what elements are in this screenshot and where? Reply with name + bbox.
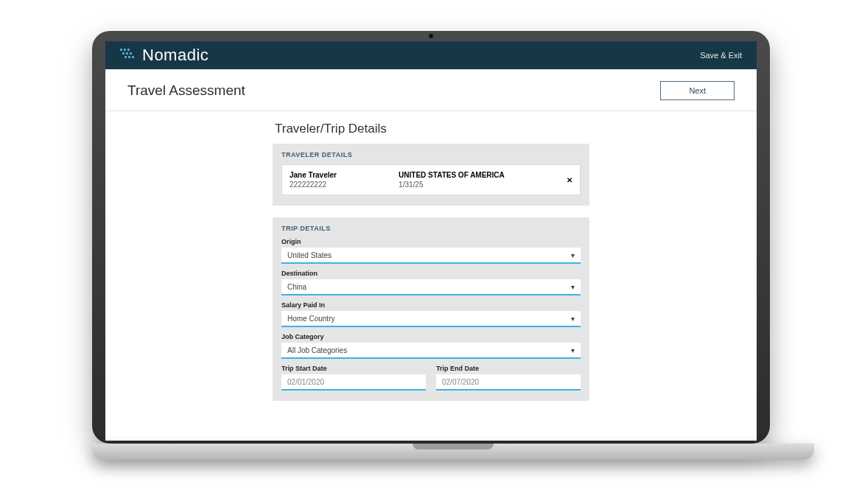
svg-rect-1 (124, 49, 126, 51)
svg-rect-4 (126, 52, 128, 55)
end-date-input[interactable]: 02/07/2020 (436, 374, 581, 391)
end-date-col: Trip End Date 02/07/2020 (436, 359, 581, 391)
sub-header: Travel Assessment Next (105, 69, 757, 111)
salary-select[interactable]: Home Country ▾ (281, 311, 581, 327)
origin-value: United States (287, 251, 332, 259)
job-category-value: All Job Categories (287, 346, 347, 354)
end-date-value: 02/07/2020 (442, 378, 479, 386)
remove-traveler-icon[interactable]: ✕ (567, 176, 572, 184)
next-button[interactable]: Next (660, 81, 735, 100)
chevron-down-icon: ▾ (571, 283, 575, 291)
svg-rect-6 (125, 56, 127, 58)
salary-value: Home Country (287, 315, 334, 323)
start-date-input[interactable]: 02/01/2020 (281, 374, 426, 391)
svg-rect-5 (130, 52, 132, 55)
chevron-down-icon: ▾ (571, 346, 575, 354)
page-title: Travel Assessment (127, 83, 245, 99)
job-category-label: Job Category (281, 333, 581, 340)
brand-logo-icon (120, 49, 136, 62)
traveler-entry: Jane Traveler 222222222 UNITED STATES OF… (281, 164, 581, 195)
save-exit-link[interactable]: Save & Exit (700, 51, 742, 60)
start-date-col: Trip Start Date 02/01/2020 (281, 359, 426, 391)
app-screen: Nomadic Save & Exit Travel Assessment Ne… (105, 41, 757, 441)
destination-value: China (287, 283, 306, 291)
chevron-down-icon: ▾ (571, 315, 575, 323)
svg-rect-2 (127, 49, 130, 51)
traveler-country: UNITED STATES OF AMERICA (399, 171, 505, 179)
svg-rect-7 (128, 56, 130, 58)
salary-label: Salary Paid In (281, 301, 581, 309)
trip-details-card: TRIP DETAILS Origin United States ▾ Dest… (273, 217, 589, 401)
date-row: Trip Start Date 02/01/2020 Trip End Date… (281, 359, 581, 391)
svg-rect-3 (122, 52, 125, 55)
origin-select[interactable]: United States ▾ (281, 248, 581, 264)
laptop-deck (92, 444, 814, 460)
origin-label: Origin (281, 238, 581, 245)
traveler-visa-date: 1/31/25 (399, 181, 505, 189)
traveler-card-title: TRAVELER DETAILS (281, 151, 581, 158)
app-header: Nomadic Save & Exit (105, 41, 757, 69)
laptop-notch (413, 444, 494, 449)
end-date-label: Trip End Date (436, 365, 581, 372)
traveler-name: Jane Traveler (290, 171, 337, 179)
laptop-frame: Nomadic Save & Exit Travel Assessment Ne… (92, 31, 770, 473)
section-title: Traveler/Trip Details (275, 122, 757, 136)
traveler-country-col: UNITED STATES OF AMERICA 1/31/25 (399, 171, 505, 189)
trip-card-title: TRIP DETAILS (281, 225, 581, 232)
laptop-camera (429, 34, 433, 38)
content-area: Traveler/Trip Details TRAVELER DETAILS J… (105, 111, 757, 401)
brand-name: Nomadic (142, 46, 209, 65)
start-date-label: Trip Start Date (281, 365, 426, 372)
chevron-down-icon: ▾ (571, 251, 575, 259)
traveler-id: 222222222 (290, 181, 337, 189)
traveler-name-col: Jane Traveler 222222222 (290, 171, 337, 189)
svg-rect-0 (120, 49, 122, 51)
start-date-value: 02/01/2020 (287, 378, 324, 386)
laptop-bezel: Nomadic Save & Exit Travel Assessment Ne… (92, 31, 770, 444)
destination-label: Destination (281, 270, 581, 277)
job-category-select[interactable]: All Job Categories ▾ (281, 343, 581, 359)
brand: Nomadic (120, 46, 209, 65)
svg-rect-8 (132, 56, 134, 58)
traveler-details-card: TRAVELER DETAILS Jane Traveler 222222222… (273, 144, 589, 206)
destination-select[interactable]: China ▾ (281, 279, 581, 295)
